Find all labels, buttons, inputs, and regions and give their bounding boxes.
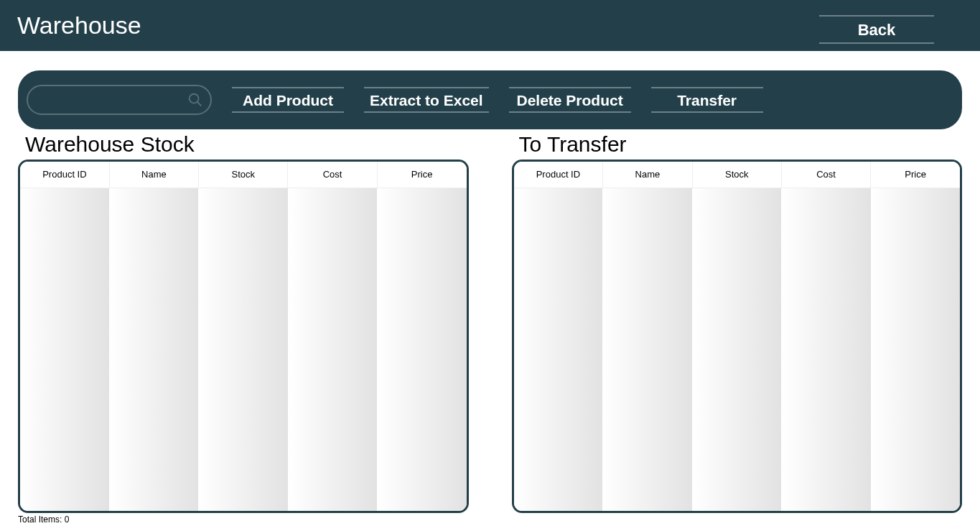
transfer-col-name[interactable]: Name [603, 162, 692, 188]
transfer-body-col [872, 188, 961, 512]
stock-table-frame: Product ID Name Stock Cost Price [18, 160, 469, 513]
stock-body-col [199, 188, 289, 512]
stock-body-col [378, 188, 467, 512]
search-wrap [27, 85, 212, 115]
extract-to-excel-button[interactable]: Extract to Excel [364, 87, 489, 113]
stock-table[interactable]: Product ID Name Stock Cost Price [20, 162, 467, 188]
stock-table-body [20, 188, 467, 512]
panel-title-stock: Warehouse Stock [25, 132, 469, 157]
stock-body-col [20, 188, 110, 512]
transfer-table-header-row: Product ID Name Stock Cost Price [514, 162, 961, 188]
delete-product-button[interactable]: Delete Product [509, 87, 631, 113]
transfer-table[interactable]: Product ID Name Stock Cost Price [514, 162, 961, 188]
stock-col-product-id[interactable]: Product ID [20, 162, 109, 188]
panels: Warehouse Stock Product ID Name Stock Co… [0, 131, 980, 513]
transfer-col-cost[interactable]: Cost [781, 162, 870, 188]
stock-col-price[interactable]: Price [377, 162, 466, 188]
transfer-col-price[interactable]: Price [871, 162, 960, 188]
transfer-body-col [782, 188, 872, 512]
add-product-button[interactable]: Add Product [232, 87, 344, 113]
toolbar: Add Product Extract to Excel Delete Prod… [18, 70, 962, 129]
stock-col-stock[interactable]: Stock [199, 162, 288, 188]
stock-col-name[interactable]: Name [109, 162, 198, 188]
transfer-table-body [514, 188, 961, 512]
transfer-col-stock[interactable]: Stock [692, 162, 781, 188]
panel-to-transfer: To Transfer Product ID Name Stock Cost P… [512, 131, 963, 513]
total-items-label: Total Items: 0 [18, 514, 980, 525]
transfer-col-product-id[interactable]: Product ID [514, 162, 603, 188]
back-button[interactable]: Back [819, 15, 934, 44]
stock-body-col [289, 188, 378, 512]
search-input[interactable] [27, 85, 212, 115]
transfer-body-col [514, 188, 604, 512]
page-title: Warehouse [17, 11, 141, 40]
transfer-button[interactable]: Transfer [651, 87, 763, 113]
stock-table-header-row: Product ID Name Stock Cost Price [20, 162, 467, 188]
transfer-body-col [603, 188, 693, 512]
stock-col-cost[interactable]: Cost [288, 162, 377, 188]
panel-warehouse-stock: Warehouse Stock Product ID Name Stock Co… [18, 131, 469, 513]
app-header: Warehouse Back [0, 0, 980, 51]
transfer-table-frame: Product ID Name Stock Cost Price [512, 160, 963, 513]
panel-title-transfer: To Transfer [519, 132, 963, 157]
stock-body-col [110, 188, 200, 512]
transfer-body-col [693, 188, 783, 512]
